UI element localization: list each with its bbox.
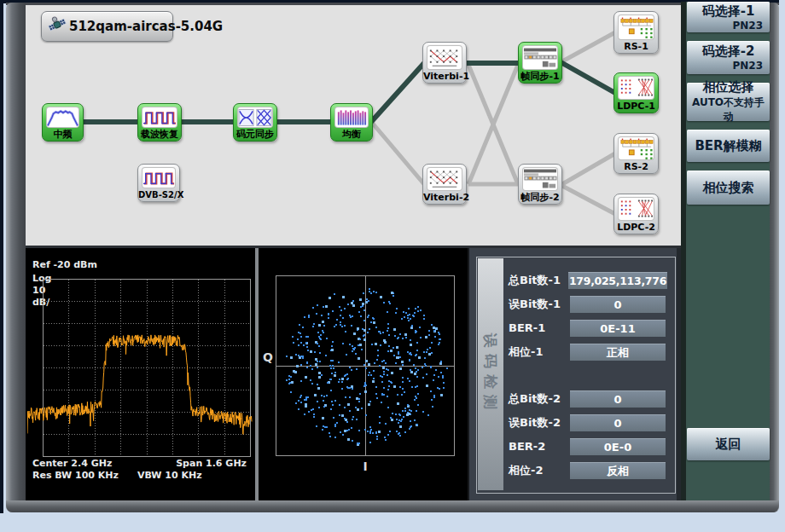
diagram-block-if[interactable]: 中频 (42, 103, 84, 142)
block-label: 中频 (43, 128, 83, 141)
phase-search-label: 相位搜索 (687, 180, 770, 196)
diagram-block-framesync-2[interactable]: 帧同步-2 (518, 164, 562, 205)
code-select-2-button[interactable]: 码选择-2 PN23 (687, 41, 770, 74)
diagram-block-ldpc-2[interactable]: LDPC-2 (613, 194, 659, 234)
block-label: 码元同步 (234, 128, 276, 141)
ber-1-value: 0E-11 (570, 320, 666, 337)
q-axis-label: Q (263, 350, 273, 364)
signal-chain-diagram: 512qam-aircas-5.04G 中频 载波恢复 (26, 5, 681, 246)
signal-source-label: 512qam-aircas-5.04G (69, 19, 223, 34)
squarewave-icon (142, 107, 177, 128)
phase-select-label: 相位选择 (687, 79, 770, 95)
constellation-panel: Q I (259, 248, 468, 500)
framesync-icon (522, 45, 558, 70)
block-label: 均衡 (331, 128, 372, 141)
return-button-label: 返回 (687, 437, 770, 453)
block-label: RS-2 (614, 160, 658, 173)
diagram-block-rs-1[interactable]: RS-1 (613, 11, 659, 54)
rs-coder-icon (618, 136, 654, 160)
eye-diagram-icon (237, 107, 273, 128)
block-label: RS-1 (614, 40, 658, 53)
block-label: LDPC-2 (614, 221, 658, 234)
ber-row-label: 总Bit数-2 (509, 390, 568, 408)
window-frame-left (6, 3, 26, 512)
total-bits-1-value: 179,025,113,776 (568, 272, 667, 289)
equalizer-bars-icon (334, 107, 369, 128)
bandpass-icon (46, 107, 79, 128)
ldpc-graph-icon (618, 197, 654, 221)
diagram-block-rs-2[interactable]: RS-2 (613, 133, 659, 174)
diagram-block-dvb-s2x[interactable]: DVB-S2/X (137, 164, 180, 202)
block-label: LDPC-1 (614, 100, 658, 113)
return-button[interactable]: 返回 (687, 428, 770, 460)
constellation-plot (276, 275, 455, 456)
ber-box-border (476, 257, 676, 494)
code-select-1-button[interactable]: 码选择-1 PN23 (687, 2, 770, 32)
error-bits-2-value: 0 (570, 414, 666, 431)
signal-source-button[interactable]: 512qam-aircas-5.04G (41, 11, 173, 42)
squarewave-icon (142, 167, 176, 188)
error-bits-1-value: 0 (570, 296, 666, 313)
diagram-block-viterbi-2[interactable]: Viterbi-2 (422, 164, 467, 205)
block-label: Viterbi-2 (423, 191, 466, 204)
diagram-block-ldpc-1[interactable]: LDPC-1 (613, 72, 659, 113)
spectrum-vbw-label: VBW 10 KHz (137, 470, 202, 481)
code-select-1-label: 码选择-1 (687, 3, 770, 20)
code-select-1-value: PN23 (687, 20, 770, 32)
spectrum-ref-label: Ref -20 dBm (32, 259, 97, 270)
block-label: DVB-S2/X (138, 188, 179, 201)
rs-coder-icon (618, 14, 654, 40)
phase-2-value: 反相 (570, 462, 666, 479)
spectrum-center-label: Center 2.4 GHz (32, 458, 112, 469)
ber-section-side-strip: 误码检测 (478, 258, 503, 490)
ber-section-side-label: 误码检测 (479, 258, 503, 490)
diagram-block-viterbi-1[interactable]: Viterbi-1 (422, 42, 467, 84)
trellis-icon (427, 167, 462, 191)
trellis-icon (427, 45, 462, 70)
ber-row-label: BER-1 (509, 320, 568, 337)
sidebar-menu: 码选择-1 PN23 码选择-2 PN23 相位选择 AUTO不支持手动 BER… (681, 2, 770, 500)
spectrum-analyzer-panel: Ref -20 dBm Log 10 dB/ Center 2.4 GHz Sp… (26, 248, 255, 500)
outer-left-strip (0, 0, 3, 513)
spectrum-span-label: Span 1.6 GHz (176, 458, 247, 469)
block-label: 载波恢复 (138, 128, 181, 141)
ber-deambiguity-button[interactable]: BER解模糊 (687, 130, 770, 162)
ber-row-label: BER-2 (509, 438, 568, 455)
ldpc-graph-icon (618, 76, 654, 100)
spectrum-rbw-label: Res BW 100 KHz (32, 470, 119, 481)
ber-deambiguity-label: BER解模糊 (687, 138, 770, 154)
phase-select-button[interactable]: 相位选择 AUTO不支持手动 (687, 83, 770, 121)
phase-search-button[interactable]: 相位搜索 (687, 171, 770, 205)
spectrum-plot (27, 279, 253, 457)
satellite-icon (47, 14, 67, 38)
diagram-block-symbol-sync[interactable]: 码元同步 (233, 103, 277, 142)
code-select-2-value: PN23 (687, 60, 770, 72)
window-frame-bottom (6, 500, 779, 512)
phase-select-value: AUTO不支持手动 (687, 95, 770, 124)
ber-row-label: 误Bit数-1 (509, 296, 568, 313)
ber-2-value: 0E-0 (570, 438, 666, 455)
block-label: Viterbi-1 (423, 70, 466, 83)
ber-row-label: 总Bit数-1 (509, 272, 568, 289)
i-axis-label: I (276, 460, 455, 473)
diagram-block-framesync-1[interactable]: 帧同步-1 (518, 42, 562, 84)
ber-row-label: 误Bit数-2 (509, 414, 568, 431)
phase-1-value: 正相 (570, 344, 666, 361)
block-label: 帧同步-1 (519, 70, 561, 83)
window-frame-right (770, 3, 779, 512)
total-bits-2-value: 0 (570, 390, 666, 408)
block-label: 帧同步-2 (519, 191, 561, 204)
ber-detection-panel: 误码检测 总Bit数-1 179,025,113,776 误Bit数-1 0 B… (468, 248, 677, 500)
code-select-2-label: 码选择-2 (687, 43, 770, 60)
app-window: 512qam-aircas-5.04G 中频 载波恢复 (0, 0, 785, 532)
diagram-block-equalizer[interactable]: 均衡 (330, 103, 373, 142)
ber-row-label: 相位-2 (509, 462, 568, 479)
ber-row-label: 相位-1 (509, 344, 568, 361)
diagram-block-carrier-recovery[interactable]: 载波恢复 (137, 103, 182, 142)
framesync-icon (522, 167, 558, 191)
